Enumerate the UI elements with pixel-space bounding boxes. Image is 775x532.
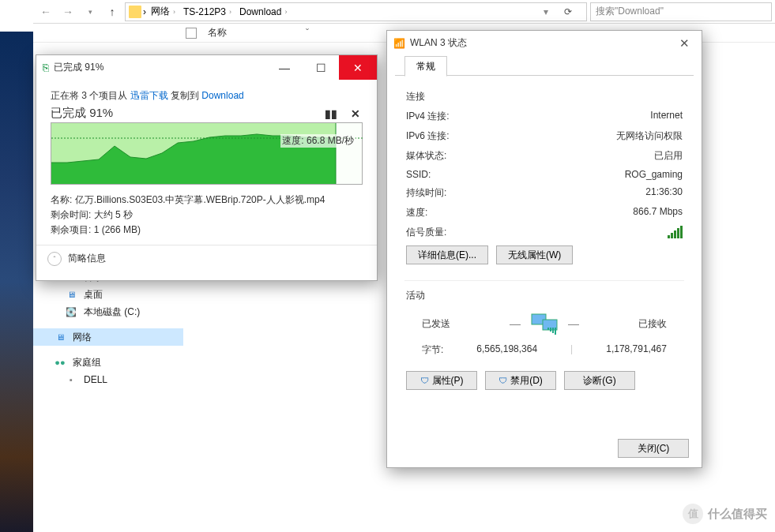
duration-label: 持续时间: [406,186,446,200]
copy-progress-dialog: ⎘ 已完成 91% — ☐ ✕ 正在将 3 个项目从 迅雷下载 复制到 Down… [36,54,378,281]
ipv4-value: Internet [650,110,683,123]
source-link[interactable]: 迅雷下载 [130,90,168,101]
back-button[interactable]: ← [36,2,55,21]
ipv6-value: 无网络访问权限 [616,129,683,143]
path-segment[interactable]: TS-212P3› [180,5,235,19]
wifi-icon: 📶 [393,38,405,49]
close-button[interactable]: ✕ [339,55,377,80]
shield-icon: 🛡 [498,376,507,385]
bytes-recv: 1,178,791,467 [606,343,667,357]
pause-button[interactable]: ▮▮ [324,107,338,121]
shield-icon: 🛡 [420,376,429,385]
network-icon: 🖥 [54,331,66,343]
tab-bar: 常规 [395,55,694,76]
chevron-right-icon: › [284,8,287,16]
remaining-items: 1 (266 MB) [94,224,141,235]
connection-group: 连接 IPv4 连接:Internet IPv6 连接:无网络访问权限 媒体状态… [404,85,684,269]
sidebar-item-label: 桌面 [84,288,103,302]
watermark-icon: 值 [683,504,703,524]
dash-icon: — [510,317,521,330]
speed-value: 866.7 Mbps [633,206,683,219]
duration-value: 21:36:30 [645,186,683,200]
ipv4-label: IPv4 连接: [406,110,450,123]
sidebar-item-homegroup[interactable]: ●●家庭组 [33,354,183,371]
select-all-checkbox[interactable] [186,28,197,39]
ssid-label: SSID: [406,169,431,180]
media-label: 媒体状态: [406,149,446,163]
forward-button[interactable]: → [58,2,77,21]
ipv6-label: IPv6 连接: [406,129,450,143]
address-bar: ← → ▾ ↑ › 网络› TS-212P3› Download› ▾ ⟳ 搜索… [33,0,775,24]
destination-link[interactable]: Download [201,90,243,101]
recent-button[interactable]: ▾ [81,2,100,21]
speed-label: 速度: [406,206,427,219]
activity-group: 活动 已发送 — — 已接收 字节: 6,565,198,364 | 1,178… [404,280,684,395]
media-value: 已启用 [654,149,683,163]
wlan-status-dialog: 📶 WLAN 3 状态 ✕ 常规 连接 IPv4 连接:Internet IPv… [386,30,702,468]
chevron-right-icon: › [143,6,146,17]
dialog-titlebar[interactable]: ⎘ 已完成 91% — ☐ ✕ [36,55,377,80]
sidebar-item-network[interactable]: 🖥网络 [33,328,183,346]
properties-button[interactable]: 🛡属性(P) [406,371,477,390]
disable-button[interactable]: 🛡禁用(D) [485,371,556,390]
details-button[interactable]: 详细信息(E)... [406,245,488,264]
dropdown-icon[interactable]: ▾ [544,6,562,17]
file-name: 亿万.Billions.S03E03.中英字幕.WEBrip.720P-人人影视… [75,194,325,205]
svg-rect-8 [552,328,554,333]
path-segment[interactable]: Download› [236,5,290,19]
homegroup-icon: ●● [54,356,66,369]
remaining-time: 大约 5 秒 [94,209,133,220]
sidebar-item-desktop[interactable]: 🖥桌面 [33,286,183,303]
folder-icon [129,6,141,18]
computer-icon: ▪ [65,373,77,386]
refresh-button[interactable]: ⟳ [564,6,583,17]
ssid-value: ROG_gaming [625,169,683,180]
sidebar-item-label: 网络 [73,331,92,344]
bytes-sent: 6,565,198,364 [476,343,537,357]
wireless-props-button[interactable]: 无线属性(W) [496,245,573,264]
progress-percent: 已完成 91% [51,106,113,121]
sidebar-item-dell[interactable]: ▪DELL [33,371,183,388]
computers-icon [529,312,560,335]
speed-graph: 速度: 66.8 MB/秒 [51,122,363,185]
signal-label: 信号质量: [406,226,446,239]
path-segment[interactable]: 网络› [148,3,179,20]
watermark: 值 什么值得买 [683,504,767,524]
dialog-title: WLAN 3 状态 [410,36,467,50]
desktop-icon: 🖥 [65,288,77,301]
sort-indicator-icon: ˇ [306,28,309,39]
speed-label: 速度: 66.8 MB/秒 [280,134,356,148]
separator: | [570,343,573,357]
recv-label: 已接收 [638,317,667,331]
drive-icon: 💽 [65,305,77,318]
sidebar-item-label: 本地磁盘 (C:) [84,305,140,319]
sidebar-item-drive-c[interactable]: 💽本地磁盘 (C:) [33,303,183,320]
dialog-titlebar[interactable]: 📶 WLAN 3 状态 ✕ [387,31,702,55]
close-button[interactable]: ✕ [673,32,695,54]
chevron-up-icon[interactable]: ˆ [47,252,62,266]
sent-label: 已发送 [422,317,450,331]
signal-bars-icon [668,226,683,238]
svg-rect-7 [550,328,551,332]
more-info-toggle[interactable]: 简略信息 [68,252,106,265]
search-input[interactable]: 搜索"Download" [590,2,772,21]
cancel-button[interactable]: ✕ [348,107,363,121]
column-name[interactable]: 名称 [208,26,227,39]
svg-rect-9 [555,328,556,335]
copy-icon: ⎘ [43,62,49,73]
tab-general[interactable]: 常规 [404,56,447,77]
diagnose-button[interactable]: 诊断(G) [564,371,635,390]
minimize-button[interactable]: — [266,55,303,80]
close-dialog-button[interactable]: 关闭(C) [618,439,689,458]
sidebar-item-label: 家庭组 [73,356,101,369]
maximize-button[interactable]: ☐ [303,55,339,80]
chevron-right-icon: › [173,8,175,16]
group-label: 连接 [406,90,425,103]
chevron-right-icon: › [229,8,231,16]
dialog-title: 已完成 91% [54,61,103,74]
up-button[interactable]: ↑ [103,2,122,21]
dash-icon: — [568,317,579,330]
copy-metadata: 名称: 亿万.Billions.S03E03.中英字幕.WEBrip.720P-… [51,193,363,238]
address-path[interactable]: › 网络› TS-212P3› Download› ▾ ⟳ [125,2,587,21]
watermark-text: 什么值得买 [708,507,767,522]
